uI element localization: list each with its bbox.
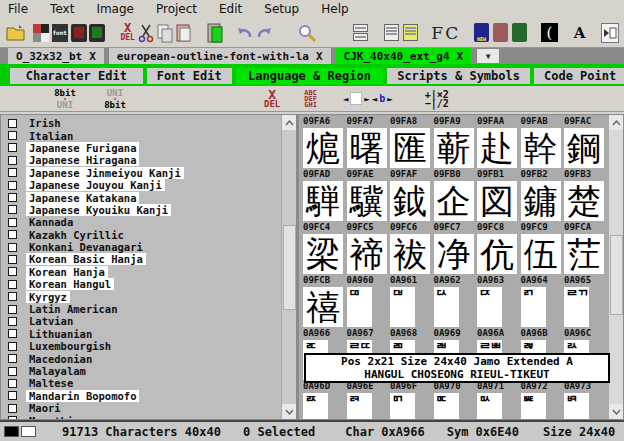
language-checkbox[interactable] (8, 317, 17, 326)
glyph-cell[interactable]: ᄆᄉ (477, 393, 502, 420)
tab-cjk-40x40-ext-g4[interactable]: CJK_40x40_ext_g4 X (336, 48, 472, 64)
glyph-cell[interactable]: 禧 (303, 287, 343, 327)
sample-text-button[interactable]: ABC DEF GHI (304, 90, 317, 108)
arrow-left-icon[interactable]: ◄ (343, 94, 348, 104)
language-row[interactable]: Maltese (1, 377, 284, 389)
language-row[interactable]: Konkani Devanagari (1, 241, 284, 253)
language-checkbox[interactable] (8, 267, 17, 276)
language-row[interactable]: Irish (1, 117, 284, 129)
language-checkbox[interactable] (8, 342, 17, 351)
tab-code-point[interactable]: Code Point (534, 68, 624, 84)
language-checkbox[interactable] (8, 230, 17, 239)
redo-icon[interactable] (255, 21, 273, 45)
glyph-cell[interactable]: ᄇᄉᄐ (521, 393, 546, 420)
glyph-cell[interactable]: ᄃᄌ (477, 287, 502, 327)
language-checkbox[interactable] (8, 193, 17, 202)
menu-text[interactable]: Text (50, 2, 74, 16)
language-row[interactable]: Korean Hanja (1, 266, 284, 278)
language-row[interactable]: Latin American (1, 303, 284, 315)
glyph-width-buttons[interactable]: ◄ ► ◄ b ► (343, 92, 393, 105)
letter-metrics-icon[interactable]: A (571, 21, 589, 45)
glyph-cell[interactable]: 鏞 (521, 181, 561, 221)
glyph-cell[interactable]: ᄃᄉ (434, 287, 459, 327)
tab-european-outline-font[interactable]: european-outline-font-with-la X (109, 48, 331, 64)
tab-font-edit[interactable]: Font Edit (147, 68, 232, 84)
glyph-cell[interactable]: ᄆᄃ (434, 393, 459, 420)
arrow-left-icon[interactable]: ◄ (372, 94, 377, 104)
glyph-cell[interactable]: ᄇᄏ (564, 393, 589, 420)
language-row[interactable]: Kazakh Cyrillic (1, 229, 284, 241)
sidebar-scrollbar[interactable] (281, 115, 296, 419)
language-checkbox[interactable] (8, 131, 17, 140)
language-row[interactable]: Malayalam (1, 365, 284, 377)
glyph-cell[interactable]: 伍 (521, 234, 561, 274)
text-block-b-icon[interactable] (401, 21, 419, 45)
language-checkbox[interactable] (8, 181, 17, 190)
swap-text-icon[interactable] (352, 21, 370, 45)
language-checkbox[interactable] (8, 143, 17, 152)
glyph-cell[interactable]: 熩 (303, 128, 343, 168)
glyph-cell[interactable]: 匯 (390, 128, 430, 168)
language-row[interactable]: Lithuanian (1, 328, 284, 340)
language-checkbox[interactable] (8, 243, 17, 252)
menu-file[interactable]: File (8, 2, 28, 16)
glyph-cell[interactable]: ᄆᄀ (390, 393, 415, 420)
glyph-cell[interactable]: ᄅᄏ (347, 393, 372, 420)
language-row[interactable]: Korean Hangul (1, 278, 284, 290)
language-checkbox[interactable] (8, 329, 17, 338)
language-checkbox[interactable] (8, 292, 17, 301)
arrow-right-icon[interactable]: ► (364, 94, 369, 104)
language-row[interactable]: Japanese Furigana (1, 142, 284, 154)
language-checkbox[interactable] (8, 156, 17, 165)
glyph-cell[interactable]: 鋼 (564, 128, 604, 168)
screen-green-icon[interactable] (88, 21, 106, 45)
paste-special-icon[interactable] (206, 21, 224, 45)
scroll-up-icon[interactable] (282, 115, 297, 130)
scale-2x-button[interactable]: +|×2 −|/2 (425, 90, 449, 108)
text-block-a-icon[interactable] (382, 21, 400, 45)
tab-close-icon[interactable]: X (457, 50, 464, 63)
contrast-moon-icon[interactable]: ( (541, 21, 559, 45)
screen-red-icon[interactable] (70, 21, 88, 45)
mask-tool-icon[interactable] (32, 21, 50, 45)
convert-uni-to-8bit-button[interactable]: UNI ▾ 8bit (96, 89, 134, 109)
glyph-cell[interactable]: 梁 (303, 234, 343, 274)
language-checkbox[interactable] (8, 218, 17, 227)
menu-setup[interactable]: Setup (264, 2, 299, 16)
language-checkbox[interactable] (8, 205, 17, 214)
glyph-cell[interactable]: ᄃᄆ (347, 287, 372, 327)
language-checkbox[interactable] (8, 404, 17, 413)
convert-8bit-to-uni-button[interactable]: 8bit ▾ UNI (46, 89, 84, 109)
scrollbar-thumb[interactable] (283, 225, 296, 310)
language-checkbox[interactable] (8, 379, 17, 388)
undo-icon[interactable] (236, 21, 254, 45)
language-checkbox[interactable] (8, 305, 17, 314)
delete-selection-icon[interactable]: XDEL (119, 21, 137, 45)
glyph-cell[interactable]: 茳 (564, 234, 604, 274)
glyph-cell[interactable]: 蕲 (434, 128, 474, 168)
glyph-cell[interactable]: 驥 (347, 181, 387, 221)
language-row[interactable]: Japanese Jinmeiyou Kanji (1, 167, 284, 179)
font-compare-icon[interactable]: FC (431, 21, 460, 45)
glyph-cell[interactable]: ᄅᄁ (564, 287, 589, 327)
language-checkbox[interactable] (8, 367, 17, 376)
glyph-cell[interactable]: ᄃᄇ (390, 287, 415, 327)
language-row[interactable]: Italian (1, 129, 284, 141)
menu-edit[interactable]: Edit (219, 2, 242, 16)
menu-project[interactable]: Project (156, 2, 197, 16)
language-row[interactable]: Japanese Katakana (1, 191, 284, 203)
menu-help[interactable]: Help (321, 2, 348, 16)
glyph-cell[interactable]: ᄅᄌ (303, 393, 328, 420)
glyph-cell[interactable]: 騨 (303, 181, 343, 221)
glyph-cell[interactable]: 図 (477, 181, 517, 221)
language-checkbox[interactable] (8, 119, 17, 128)
new-font-icon[interactable]: NEW (473, 21, 491, 45)
scrollbar-thumb[interactable] (610, 235, 623, 315)
paste-icon[interactable] (175, 21, 193, 45)
glyph-cell[interactable]: 净 (434, 234, 474, 274)
language-row[interactable]: Japanese Kyouiku Kanji (1, 204, 284, 216)
open-file-icon[interactable] (6, 21, 26, 45)
language-row[interactable]: Latvian (1, 315, 284, 327)
glyph-cell[interactable]: 企 (434, 181, 474, 221)
arrow-right-icon[interactable]: ► (387, 94, 392, 104)
